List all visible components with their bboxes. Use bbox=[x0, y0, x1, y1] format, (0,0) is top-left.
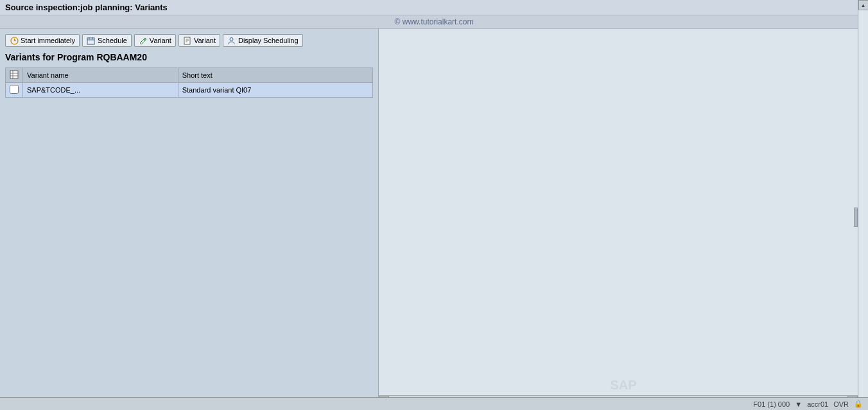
variants-table: Variant name Short text SAP&TCODE_... St… bbox=[5, 67, 373, 98]
watermark-text: © www.tutorialkart.com bbox=[395, 17, 474, 26]
display-scheduling-button[interactable]: Display Scheduling bbox=[223, 34, 303, 47]
svg-point-11 bbox=[230, 37, 233, 40]
variant-edit-label: Variant bbox=[150, 37, 171, 44]
status-separator-1: ▼ bbox=[795, 400, 802, 408]
status-item-2: accr01 bbox=[807, 400, 828, 408]
title-bar: Source inspection:job planning: Variants bbox=[0, 0, 868, 15]
document-icon bbox=[183, 36, 192, 45]
sap-logo: SAP bbox=[610, 378, 636, 393]
status-icon-lock: 🔒 bbox=[854, 400, 863, 408]
start-immediately-button[interactable]: Start immediately bbox=[5, 34, 80, 47]
schedule-label: Schedule bbox=[98, 37, 127, 44]
person-icon bbox=[227, 36, 236, 45]
start-immediately-label: Start immediately bbox=[21, 37, 75, 44]
svg-rect-12 bbox=[10, 71, 18, 78]
pencil-icon bbox=[139, 36, 148, 45]
right-panel: SAP ◀ ▶ bbox=[379, 29, 868, 406]
section-title: Variants for Program RQBAAM20 bbox=[5, 52, 373, 62]
title-text: Source inspection:job planning: Variants bbox=[5, 3, 168, 12]
status-item-1: F01 (1) 000 bbox=[753, 400, 790, 408]
row-checkbox[interactable] bbox=[10, 85, 19, 94]
calendar-icon bbox=[87, 36, 96, 45]
vertical-scrollbar[interactable]: ▲ ▼ bbox=[858, 0, 868, 410]
variant-new-label: Variant bbox=[194, 37, 216, 44]
status-item-3: OVR bbox=[833, 400, 849, 408]
svg-rect-3 bbox=[87, 38, 94, 44]
toolbar: Start immediately Schedule bbox=[5, 34, 373, 47]
display-scheduling-label: Display Scheduling bbox=[238, 37, 299, 44]
col-variant-name: Variant name bbox=[23, 68, 178, 83]
schedule-button[interactable]: Schedule bbox=[82, 34, 132, 47]
table-row[interactable]: SAP&TCODE_... Standard variant QI07 bbox=[6, 83, 373, 98]
main-area: Start immediately Schedule bbox=[0, 29, 868, 406]
variant-name-cell: SAP&TCODE_... bbox=[23, 83, 178, 98]
status-bar: F01 (1) 000 ▼ accr01 OVR 🔒 bbox=[0, 397, 868, 410]
variant-new-button[interactable]: Variant bbox=[178, 34, 220, 47]
svg-rect-7 bbox=[184, 37, 190, 44]
watermark-bar: © www.tutorialkart.com bbox=[0, 15, 868, 29]
table-header-icon bbox=[6, 68, 23, 83]
variant-edit-button[interactable]: Variant bbox=[134, 34, 176, 47]
row-checkbox-cell[interactable] bbox=[6, 83, 23, 98]
clock-icon bbox=[10, 36, 19, 45]
scroll-up-btn[interactable]: ▲ bbox=[858, 0, 869, 10]
scroll-track bbox=[858, 10, 868, 400]
col-short-text: Short text bbox=[178, 68, 372, 83]
short-text-cell: Standard variant QI07 bbox=[178, 83, 372, 98]
left-panel: Start immediately Schedule bbox=[0, 29, 379, 406]
